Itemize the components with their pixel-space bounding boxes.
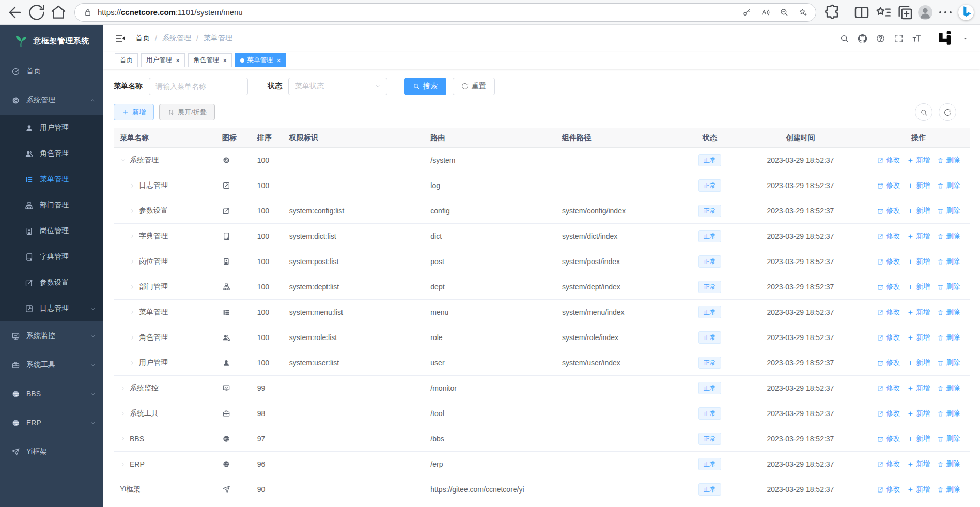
collections-button[interactable] — [896, 4, 914, 21]
breadcrumb-home[interactable]: 首页 — [135, 34, 150, 43]
delete-row-link[interactable]: 删除 — [937, 156, 960, 165]
delete-row-link[interactable]: 删除 — [937, 232, 960, 241]
add-row-link[interactable]: 新增 — [907, 358, 930, 367]
add-row-link[interactable]: 新增 — [907, 383, 930, 393]
edit-row-link[interactable]: 修改 — [877, 206, 900, 216]
delete-row-link[interactable]: 删除 — [937, 282, 960, 291]
table-row[interactable]: ERP96/erp正常2023-03-29 18:52:37修改新增删除 — [114, 452, 970, 477]
add-row-link[interactable]: 新增 — [907, 485, 930, 494]
tab-3[interactable]: 菜单管理× — [235, 53, 286, 67]
sidebar-item-menu[interactable]: 菜单管理 — [0, 166, 103, 192]
read-aloud-icon[interactable] — [761, 8, 770, 17]
favorites-button[interactable] — [875, 4, 892, 21]
table-row[interactable]: 系统管理100/system正常2023-03-29 18:52:37修改新增删… — [114, 148, 970, 173]
password-key-icon[interactable] — [742, 8, 752, 17]
refresh-table-button[interactable] — [939, 103, 956, 121]
edit-row-link[interactable]: 修改 — [877, 383, 900, 393]
add-row-link[interactable]: 新增 — [907, 181, 930, 190]
edit-row-link[interactable]: 修改 — [877, 358, 900, 367]
sidebar-item-system[interactable]: 系统管理 — [0, 86, 103, 115]
add-row-link[interactable]: 新增 — [907, 232, 930, 241]
sidebar-item-monitor[interactable]: 系统监控 — [0, 321, 103, 350]
table-row[interactable]: 角色管理100system:role:listrolesystem/role/i… — [114, 325, 970, 350]
add-row-link[interactable]: 新增 — [907, 257, 930, 266]
sidebar-item-tool[interactable]: 系统工具 — [0, 350, 103, 379]
back-button[interactable] — [6, 4, 24, 21]
menu-name-input[interactable] — [149, 78, 248, 95]
sidebar-toggle-button[interactable] — [115, 33, 126, 44]
table-row[interactable]: 系统监控99/monitor正常2023-03-29 18:52:37修改新增删… — [114, 376, 970, 401]
table-row[interactable]: BBS97/bbs正常2023-03-29 18:52:37修改新增删除 — [114, 426, 970, 452]
edit-row-link[interactable]: 修改 — [877, 333, 900, 342]
show-search-button[interactable] — [915, 103, 932, 121]
table-row[interactable]: 部门管理100system:dept:listdeptsystem/dept/i… — [114, 274, 970, 300]
search-button[interactable]: 搜索 — [404, 78, 446, 95]
add-menu-button[interactable]: 新增 — [114, 104, 154, 120]
add-favorite-icon[interactable] — [798, 8, 807, 17]
extensions-button[interactable] — [823, 4, 841, 21]
table-row[interactable]: 参数设置100system:config:listconfigsystem/co… — [114, 198, 970, 224]
add-row-link[interactable]: 新增 — [907, 434, 930, 443]
sidebar-item-bbs[interactable]: BBS — [0, 379, 103, 408]
sidebar-item-home[interactable]: 首页 — [0, 57, 103, 86]
help-icon[interactable] — [876, 34, 885, 43]
tab-2[interactable]: 角色管理× — [188, 53, 232, 67]
user-avatar-logo[interactable] — [937, 30, 954, 47]
delete-row-link[interactable]: 删除 — [937, 257, 960, 266]
sidebar-item-dict[interactable]: 字典管理 — [0, 244, 103, 270]
delete-row-link[interactable]: 删除 — [937, 358, 960, 367]
edit-row-link[interactable]: 修改 — [877, 282, 900, 291]
edit-row-link[interactable]: 修改 — [877, 409, 900, 418]
fullscreen-icon[interactable] — [894, 34, 904, 43]
table-row[interactable]: 日志管理100log正常2023-03-29 18:52:37修改新增删除 — [114, 173, 970, 198]
app-logo[interactable]: 意框架管理系统 — [0, 25, 103, 57]
delete-row-link[interactable]: 删除 — [937, 383, 960, 393]
bing-chat-button[interactable] — [958, 5, 974, 20]
split-screen-button[interactable] — [853, 4, 870, 21]
zoom-out-icon[interactable] — [780, 8, 789, 17]
address-bar[interactable]: https://ccnetcore.com:1101/system/menu — [74, 3, 816, 22]
delete-row-link[interactable]: 删除 — [937, 485, 960, 494]
edit-row-link[interactable]: 修改 — [877, 485, 900, 494]
edit-row-link[interactable]: 修改 — [877, 257, 900, 266]
sidebar-item-user[interactable]: 用户管理 — [0, 115, 103, 141]
delete-row-link[interactable]: 删除 — [937, 459, 960, 469]
text-size-icon[interactable] — [912, 34, 922, 43]
edit-row-link[interactable]: 修改 — [877, 434, 900, 443]
table-row[interactable]: 菜单管理100system:menu:listmenusystem/menu/i… — [114, 300, 970, 325]
sidebar-item-erp[interactable]: ERP — [0, 408, 103, 437]
close-icon[interactable]: × — [276, 57, 281, 64]
edit-row-link[interactable]: 修改 — [877, 232, 900, 241]
edit-row-link[interactable]: 修改 — [877, 181, 900, 190]
add-row-link[interactable]: 新增 — [907, 409, 930, 418]
browser-menu-button[interactable] — [937, 4, 954, 21]
github-icon[interactable] — [858, 34, 867, 43]
home-button[interactable] — [50, 4, 67, 21]
close-icon[interactable]: × — [176, 57, 180, 64]
tab-1[interactable]: 用户管理× — [141, 53, 185, 67]
edit-row-link[interactable]: 修改 — [877, 459, 900, 469]
edit-row-link[interactable]: 修改 — [877, 308, 900, 317]
edit-row-link[interactable]: 修改 — [877, 156, 900, 165]
search-icon[interactable] — [839, 34, 849, 43]
profile-avatar[interactable] — [918, 5, 932, 20]
add-row-link[interactable]: 新增 — [907, 282, 930, 291]
reset-button[interactable]: 重置 — [453, 78, 495, 95]
refresh-button[interactable] — [28, 4, 45, 21]
close-icon[interactable]: × — [223, 57, 227, 64]
sidebar-item-post[interactable]: 岗位管理 — [0, 218, 103, 244]
add-row-link[interactable]: 新增 — [907, 459, 930, 469]
expand-collapse-button[interactable]: 展开/折叠 — [159, 104, 215, 120]
sidebar-item-log[interactable]: 日志管理 — [0, 296, 103, 321]
tab-0[interactable]: 首页 — [115, 53, 138, 67]
add-row-link[interactable]: 新增 — [907, 206, 930, 216]
table-row[interactable]: 岗位管理100system:post:listpostsystem/post/i… — [114, 249, 970, 274]
table-row[interactable]: 用户管理100system:user:listusersystem/user/i… — [114, 350, 970, 376]
delete-row-link[interactable]: 删除 — [937, 206, 960, 216]
caret-down-icon[interactable] — [962, 35, 969, 42]
delete-row-link[interactable]: 删除 — [937, 434, 960, 443]
sidebar-item-dept[interactable]: 部门管理 — [0, 192, 103, 218]
sidebar-item-role[interactable]: 角色管理 — [0, 141, 103, 166]
delete-row-link[interactable]: 删除 — [937, 333, 960, 342]
sidebar-item-yi[interactable]: Yi框架 — [0, 437, 103, 466]
